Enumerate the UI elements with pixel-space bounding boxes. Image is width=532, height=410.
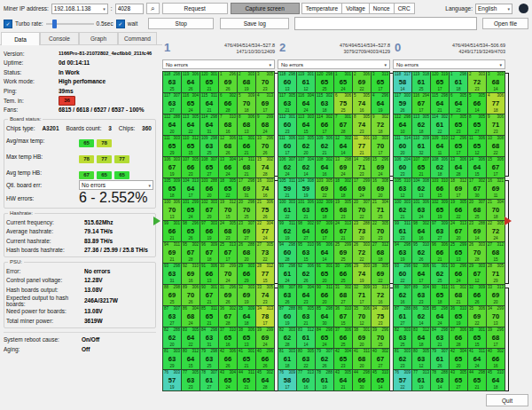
boards-count-value: 3 — [108, 125, 112, 131]
turbo-rate-checkbox[interactable]: ✓ — [4, 20, 12, 28]
chip-cell: 12966926 — [219, 72, 237, 92]
temp-badge: 65 — [97, 171, 112, 179]
chip-cell: 123066826 — [219, 136, 237, 156]
chip-cell: 132986924 — [334, 157, 352, 177]
uptime-label: Uptime: — [4, 59, 59, 66]
chip-cell: 42966419 — [372, 93, 389, 114]
tab-data[interactable]: Data — [1, 32, 40, 45]
boards-count-label: Boards count: — [66, 125, 101, 131]
toolbar-row-1: Miner IP address: 192.168.1.138 ▾ : ⌕ Re… — [0, 2, 532, 15]
temperature-button[interactable]: Temperature — [301, 3, 343, 14]
panel-voltage-value: 12.28V — [84, 277, 103, 283]
board-error-select[interactable]: No errors▾ — [393, 59, 505, 69]
chip-cell: 73106816 — [219, 114, 237, 135]
chip-cell: 232886914 — [468, 221, 486, 241]
logo-icon[interactable] — [519, 4, 528, 13]
chip-cell: 93067123 — [487, 114, 505, 135]
chip-cell: 113016621 — [238, 136, 255, 156]
boards-output-label: Hash boards output: — [6, 287, 84, 293]
chip-cell: 313026821 — [450, 285, 467, 305]
request-button[interactable]: Request — [162, 3, 228, 14]
avg-temp-hb-badges: 676565 — [79, 164, 132, 180]
chip-cell: 53097018 — [238, 93, 255, 114]
need-power-label: Need power for boards: — [6, 308, 84, 314]
chip-cell: 872886127 — [394, 306, 411, 327]
chip-cell: 113017721 — [353, 136, 371, 156]
chip-cell: 782886119 — [316, 370, 333, 390]
chip-cell: 103086822 — [487, 136, 505, 156]
chip-cell: 1023096518 — [316, 200, 333, 220]
chip-cell: 1113146020 — [394, 136, 411, 156]
avg-temp-hb-label: Avg temp HB: — [6, 170, 79, 176]
board-error-select[interactable]: No errors▾ — [162, 59, 275, 69]
chip-cell: 333136920 — [487, 285, 505, 305]
tab-console[interactable]: Console — [40, 32, 79, 44]
chip-cell: 1083026416 — [316, 157, 333, 177]
current-hashrate-label: Current hashrate: — [6, 238, 84, 244]
chip-cell: 913066613 — [200, 264, 218, 284]
chip-cell: 273057322 — [256, 242, 274, 263]
chip-cell: 53057416 — [353, 93, 371, 114]
quit-button[interactable]: Quit — [486, 394, 528, 406]
log-input[interactable] — [294, 17, 477, 30]
chips-label: Chips: — [119, 125, 135, 131]
panel-stats: 476/494/514/534~527.83079/2709/4003/4129 — [340, 41, 390, 55]
chip-cell: 83056527 — [468, 114, 486, 135]
port-input[interactable] — [115, 4, 144, 14]
chip-temp-grid: 1182986325119306642612030165211296692623… — [162, 71, 275, 391]
miner-info-panel: Version: 1166Pro-81-21072802_4ec6bb0_211… — [0, 46, 160, 410]
chevron-down-icon: ▾ — [269, 62, 271, 67]
ip-combobox[interactable]: 192.168.1.138 ▾ — [51, 4, 108, 14]
turbo-rate-slider[interactable] — [46, 19, 94, 29]
voltage-button[interactable]: Voltage — [341, 3, 370, 14]
chip-cell: 1053106312 — [394, 178, 411, 199]
chip-cell: 1153026318 — [316, 93, 333, 114]
chip-cell: 893046423 — [297, 285, 315, 305]
tab-command[interactable]: Command — [118, 32, 157, 44]
current-frequency-label: Current frequency: — [6, 219, 84, 225]
wait-checkbox[interactable]: ✓ — [116, 20, 125, 28]
chip-cell: 763095817 — [278, 370, 296, 390]
chip-cell: 1133056218 — [412, 114, 430, 135]
board-err-label: Qtl. board err: — [6, 182, 79, 188]
chip-cell: 963066621 — [431, 242, 449, 263]
chip-cell: 213067526 — [256, 200, 274, 220]
chip-cell: 1152986421 — [431, 93, 449, 114]
chip-cell: 973036619 — [200, 221, 218, 241]
chip-cell: 822886220 — [163, 327, 181, 348]
chip-cell: 1173076327 — [163, 93, 181, 114]
chip-cell: 252996925 — [334, 242, 352, 263]
chip-cell: 872886019 — [278, 306, 296, 327]
ping-label: Ping: — [4, 88, 59, 94]
chip-cell: 903116620 — [316, 285, 333, 305]
chip-cell: 833126114 — [297, 327, 315, 348]
chip-cell: 213047018 — [487, 200, 505, 220]
chip-cell: 863056321 — [297, 306, 315, 327]
boards-output-value: 13.08V — [84, 287, 103, 293]
chip-cell: 353096418 — [238, 306, 255, 327]
nonce-button[interactable]: Nonce — [369, 3, 395, 14]
search-button[interactable]: ⌕ — [146, 3, 160, 14]
chip-cell: 263037222 — [353, 242, 371, 263]
chip-cell: 142987123 — [353, 157, 371, 177]
board-status-group: Board status: Chips type: A3201 Boards c… — [4, 119, 156, 209]
wait-label: wait — [128, 20, 138, 27]
save-log-button[interactable]: Save log — [220, 18, 289, 29]
capture-screen-button[interactable]: Capture screen — [231, 3, 300, 14]
hashboard-panels: 1476/494/514/534~527.81471/10/30/12409No… — [162, 41, 505, 391]
slider-thumb[interactable] — [52, 20, 57, 28]
open-file-button[interactable]: Open file — [482, 18, 528, 29]
language-combobox[interactable]: English ▾ — [475, 4, 512, 14]
chip-cell: 223047724 — [256, 221, 274, 241]
check-icon: ✓ — [5, 21, 10, 27]
chip-cell: 383016515 — [468, 327, 486, 348]
chip-cell: 183026618 — [334, 178, 352, 199]
chip-cell: 1122886420 — [163, 114, 181, 135]
crc-button[interactable]: CRC — [394, 3, 415, 14]
tab-graph[interactable]: Graph — [79, 32, 118, 44]
board-error-select[interactable]: No errors▾ — [278, 59, 390, 69]
board-err-select[interactable]: No errors ▾ — [79, 180, 153, 190]
chip-cell: 1203016521 — [200, 72, 218, 92]
stop-button[interactable]: Stop — [148, 18, 214, 29]
hw-errors-label: HW errors: — [6, 195, 79, 201]
